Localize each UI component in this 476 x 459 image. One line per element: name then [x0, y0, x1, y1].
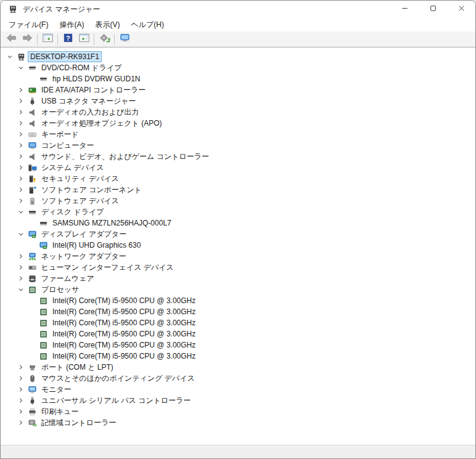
scan-hardware-changes-button[interactable] — [96, 33, 112, 46]
tree-item[interactable]: ヒューマン インターフェイス デバイス — [1, 262, 475, 273]
tree-item[interactable]: Intel(R) Core(TM) i5-9500 CPU @ 3.00GHz — [1, 339, 475, 351]
chevron-right-icon[interactable] — [15, 251, 27, 261]
tree-item[interactable]: マウスとそのほかのポインティング デバイス — [1, 373, 475, 384]
audio-icon — [27, 107, 38, 117]
tree-item[interactable]: ネットワーク アダプター — [1, 251, 475, 262]
tree-item[interactable]: オーディオの入力および出力 — [1, 107, 475, 118]
forward-button[interactable] — [19, 33, 35, 46]
chevron-right-icon[interactable] — [15, 373, 27, 383]
tree-item[interactable]: Intel(R) Core(TM) i5-9500 CPU @ 3.00GHz — [1, 351, 475, 362]
chevron-right-icon[interactable] — [15, 274, 27, 283]
chevron-down-icon[interactable] — [15, 63, 27, 73]
tree-item[interactable]: hp HLDS DVDRW GUD1N — [1, 73, 475, 84]
chevron-right-icon[interactable] — [15, 384, 27, 394]
chevron-right-icon[interactable] — [15, 163, 27, 173]
chevron-right-icon[interactable] — [15, 85, 27, 95]
tree-item[interactable]: プロセッサ — [1, 284, 475, 295]
chevron-spacer — [27, 307, 38, 317]
disk-icon — [38, 218, 49, 228]
network-icon — [27, 251, 38, 261]
chevron-right-icon[interactable] — [15, 152, 27, 161]
chevron-right-icon[interactable] — [15, 174, 27, 184]
menu-bar: ファイル(F)操作(A)表示(V)ヘルプ(H) — [1, 18, 475, 31]
chevron-down-icon[interactable] — [15, 285, 27, 294]
tree-item[interactable]: モニター — [1, 384, 475, 395]
chevron-right-icon[interactable] — [15, 418, 27, 428]
tree-item[interactable]: ディスク ドライブ — [1, 206, 475, 217]
menu-item-file[interactable]: ファイル(F) — [3, 18, 54, 31]
tree-item[interactable]: Intel(R) Core(TM) i5-9500 CPU @ 3.00GHz — [1, 317, 475, 328]
close-button[interactable] — [447, 1, 475, 18]
tree-item[interactable]: Intel(R) Core(TM) i5-9500 CPU @ 3.00GHz — [1, 306, 475, 317]
chevron-right-icon[interactable] — [15, 196, 27, 206]
toolbar-separator — [37, 34, 38, 45]
printer-icon — [27, 407, 38, 416]
tree-item[interactable]: キーボード — [1, 129, 475, 140]
chevron-right-icon[interactable] — [15, 362, 27, 372]
tree-item-label: ネットワーク アダプター — [39, 251, 128, 262]
chevron-right-icon[interactable] — [15, 140, 27, 150]
menu-item-action[interactable]: 操作(A) — [54, 18, 89, 31]
tree-item[interactable]: USB コネクタ マネージャー — [1, 95, 475, 107]
chevron-right-icon[interactable] — [15, 185, 27, 195]
menu-item-help[interactable]: ヘルプ(H) — [125, 18, 170, 31]
tree-item[interactable]: ソフトウェア コンポーネント — [1, 184, 475, 195]
tree-item[interactable]: ファームウェア — [1, 273, 475, 284]
tree-item[interactable]: サウンド、ビデオ、およびゲーム コントローラー — [1, 151, 475, 162]
chevron-right-icon[interactable] — [15, 407, 27, 416]
tree-item[interactable]: Intel(R) Core(TM) i5-9500 CPU @ 3.00GHz — [1, 328, 475, 339]
device-manager-app-icon — [8, 4, 18, 14]
maximize-button[interactable] — [419, 1, 447, 18]
tree-item[interactable]: SAMSUNG MZ7LN256HAJQ-000L7 — [1, 217, 475, 229]
tree-item-label: SAMSUNG MZ7LN256HAJQ-000L7 — [51, 218, 173, 228]
audio-icon — [27, 118, 38, 128]
computer-icon — [27, 140, 38, 150]
show-console-tree-button[interactable] — [39, 33, 55, 46]
chevron-right-icon[interactable] — [15, 396, 27, 405]
help-button[interactable]: ? — [60, 33, 76, 46]
tree-item-label: IDE ATA/ATAPI コントローラー — [39, 84, 147, 96]
tree-item-label: ヒューマン インターフェイス デバイス — [39, 262, 176, 274]
tree-item[interactable]: IDE ATA/ATAPI コントローラー — [1, 84, 475, 95]
show-action-pane-button[interactable] — [76, 33, 92, 46]
tree-item-label: Intel(R) Core(TM) i5-9500 CPU @ 3.00GHz — [51, 340, 197, 350]
tree-item[interactable]: ポート (COM と LPT) — [1, 362, 475, 373]
device-tree: DESKTOP-RK931F1DVD/CD-ROM ドライブhp HLDS DV… — [1, 47, 475, 445]
tree-item[interactable]: Intel(R) UHD Graphics 630 — [1, 240, 475, 251]
device-manager-window: デバイス マネージャー ファイル(F)操作(A)表示(V)ヘルプ(H) ? DE… — [0, 0, 476, 459]
chevron-right-icon[interactable] — [15, 262, 27, 272]
maximize-icon — [428, 3, 438, 15]
chevron-right-icon[interactable] — [15, 129, 27, 139]
chevron-right-icon[interactable] — [15, 96, 27, 106]
tree-item-label: Intel(R) Core(TM) i5-9500 CPU @ 3.00GHz — [51, 307, 197, 317]
chevron-right-icon[interactable] — [15, 118, 27, 128]
chevron-down-icon[interactable] — [15, 207, 27, 217]
tree-item[interactable]: ソフトウェア デバイス — [1, 195, 475, 206]
tree-item[interactable]: システム デバイス — [1, 162, 475, 173]
tree-item-label: プロセッサ — [39, 284, 81, 296]
tree-item[interactable]: DVD/CD-ROM ドライブ — [1, 62, 475, 73]
toolbar-separator — [94, 34, 94, 45]
tree-item[interactable]: 記憶域コントローラー — [1, 417, 475, 428]
tree-item-label: hp HLDS DVDRW GUD1N — [51, 74, 142, 84]
back-button[interactable] — [3, 33, 19, 46]
menu-item-view[interactable]: 表示(V) — [89, 18, 125, 31]
tree-item[interactable]: Intel(R) Core(TM) i5-9500 CPU @ 3.00GHz — [1, 295, 475, 306]
tree-item[interactable]: オーディオ処理オブジェクト (APO) — [1, 118, 475, 129]
tree-item[interactable]: ディスプレイ アダプター — [1, 229, 475, 240]
tree-item[interactable]: 印刷キュー — [1, 406, 475, 417]
chevron-right-icon[interactable] — [15, 107, 27, 117]
tree-item-label: Intel(R) Core(TM) i5-9500 CPU @ 3.00GHz — [51, 351, 197, 361]
tree-item-label: ユニバーサル シリアル バス コントローラー — [39, 395, 193, 407]
tree-item[interactable]: コンピューター — [1, 140, 475, 151]
sw-component-icon — [27, 185, 38, 195]
tree-item[interactable]: セキュリティ デバイス — [1, 173, 475, 184]
minimize-button[interactable] — [390, 1, 419, 18]
chevron-down-icon[interactable] — [4, 52, 15, 62]
tree-item-label: Intel(R) Core(TM) i5-9500 CPU @ 3.00GHz — [51, 329, 197, 339]
tree-item[interactable]: ユニバーサル シリアル バス コントローラー — [1, 395, 475, 406]
cpu-icon — [38, 351, 49, 361]
chevron-down-icon[interactable] — [15, 229, 27, 239]
tree-item[interactable]: DESKTOP-RK931F1 — [1, 51, 475, 62]
remote-computer-button[interactable] — [117, 33, 133, 46]
